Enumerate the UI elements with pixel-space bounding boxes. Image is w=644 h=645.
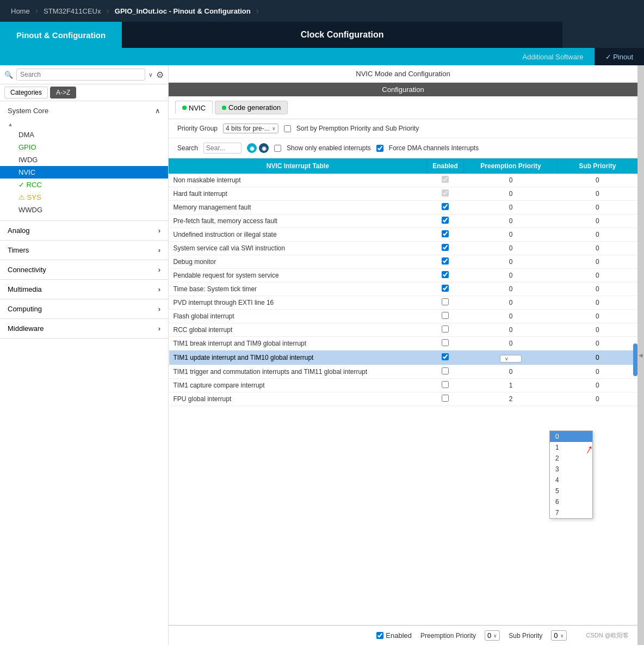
enabled-cell[interactable] [426,242,464,255]
enabled-cell-highlighted[interactable] [426,351,464,365]
sidebar-item-wwdg[interactable]: WWDG [11,204,168,216]
th-sub: Sub Priority [558,159,637,174]
drop-item-0[interactable]: 0 [550,431,592,442]
enabled-cell[interactable] [426,296,464,310]
drop-item-4[interactable]: 4 [550,475,592,486]
preemption-bottom-select[interactable]: 0 ∨ [485,630,500,641]
sidebar-section-multimedia: Multimedia › [0,280,168,299]
right-resize-handle[interactable]: ◀ [637,65,644,645]
tab-clock-config[interactable]: Clock Configuration [122,22,562,48]
tab-pinout-right[interactable] [562,22,644,48]
scrollbar-thumb[interactable] [633,343,637,376]
force-dma-label: Force DMA channels Interrupts [389,144,479,152]
tab-pinout[interactable]: ✓ Pinout [595,48,644,65]
sidebar-item-nvic[interactable]: NVIC [0,166,168,179]
preemption-dropdown-highlighted[interactable]: ∨ [500,355,522,363]
enabled-bottom-checkbox[interactable] [376,632,383,639]
enabled-bottom-label: Enabled [376,631,412,640]
interrupt-name: Undefined instruction or illegal state [169,228,427,242]
codegen-tab-label: Code generation [228,103,281,112]
table-row: PVD interrupt through EXTI line 16 0 0 [169,296,637,310]
preemption-cell: 0 [464,296,558,310]
enabled-cell[interactable] [426,174,464,187]
preemption-cell-highlighted[interactable]: ∨ [464,351,558,365]
second-tab-bar: Additional Software ✓ Pinout [0,48,644,65]
analog-header[interactable]: Analog › [0,221,168,240]
table-row: Flash global interrupt 0 0 [169,310,637,323]
nvic-tab-nvic[interactable]: NVIC [175,101,213,114]
middleware-header[interactable]: Middleware › [0,319,168,338]
enabled-cell[interactable] [426,269,464,282]
enabled-cell[interactable] [426,228,464,242]
force-dma-checkbox[interactable] [376,145,383,152]
nvic-interrupt-table: NVIC Interrupt Table Enabled Preemption … [169,158,637,406]
table-row: Debug monitor 0 0 [169,255,637,269]
preemption-cell: 0 [464,174,558,187]
nvic-search-input[interactable] [203,143,242,153]
main-content-panel: NVIC Mode and Configuration Configuratio… [169,65,637,645]
sidebar-tab-categories[interactable]: Categories [4,87,48,99]
interrupt-name: System service call via SWI instruction [169,242,427,255]
chevron-right-multimedia: › [158,285,160,293]
show-only-enabled-checkbox[interactable] [274,145,281,152]
enabled-cell[interactable] [426,365,464,379]
computing-header[interactable]: Computing › [0,299,168,318]
search-circle-blue[interactable]: ◉ [247,143,257,153]
table-row: Pendable request for system service 0 0 [169,269,637,282]
sub-bottom-label: Sub Priority [509,632,542,640]
enabled-cell[interactable] [426,392,464,406]
interrupt-name: TIM1 trigger and commutation interrupts … [169,365,427,379]
sidebar-item-iwdg[interactable]: IWDG [11,153,168,166]
preemption-cell: 1 [464,379,558,392]
gear-icon[interactable]: ⚙ [156,70,164,80]
dropdown-arrow-search[interactable]: ∨ [148,71,153,78]
sub-bottom-select[interactable]: 0 ∨ [551,630,566,641]
sidebar-tab-az[interactable]: A->Z [50,87,76,99]
system-core-header[interactable]: System Core ∧ [0,101,168,120]
multimedia-header[interactable]: Multimedia › [0,280,168,299]
table-row: RCC global interrupt 0 0 [169,323,637,337]
sort-by-priority-checkbox[interactable] [284,125,291,132]
enabled-cell[interactable] [426,201,464,214]
tab-additional-software[interactable]: Additional Software [512,53,595,61]
sidebar-item-sys[interactable]: ⚠ SYS [11,191,168,204]
drop-item-5[interactable]: 5 [550,486,592,496]
connectivity-header[interactable]: Connectivity › [0,260,168,279]
drop-item-7[interactable]: 7 [550,507,592,518]
enabled-cell[interactable] [426,255,464,269]
search-circle-dark[interactable]: ◉ [259,143,269,153]
sub-cell: 0 [558,201,637,214]
drop-item-3[interactable]: 3 [550,464,592,475]
nav-current: GPIO_InOut.ioc - Pinout & Configuration [109,0,256,22]
table-row: Memory management fault 0 0 [169,201,637,214]
tab-pinout-config[interactable]: Pinout & Configuration [0,22,122,48]
enabled-cell[interactable] [426,379,464,392]
nav-stm32[interactable]: STM32F411CEUx [38,0,106,22]
sub-cell: 0 [558,187,637,201]
nav-home[interactable]: Home [5,0,35,22]
search-input[interactable] [16,69,145,81]
table-row: TIM1 break interrupt and TIM9 global int… [169,337,637,351]
enabled-cell[interactable] [426,214,464,228]
sub-cell: 0 [558,269,637,282]
sidebar-section-system-core: System Core ∧ ▲ DMA GPIO IWDG NVIC ✓ RCC… [0,101,168,221]
enabled-cell[interactable] [426,337,464,351]
preemption-cell: 0 [464,310,558,323]
enabled-cell[interactable] [426,310,464,323]
drop-item-6[interactable]: 6 [550,496,592,507]
sidebar-item-rcc[interactable]: ✓ RCC [11,179,168,191]
table-row: TIM1 capture compare interrupt 1 0 [169,379,637,392]
sidebar-item-dma[interactable]: DMA [11,128,168,141]
interrupt-name: RCC global interrupt [169,323,427,337]
interrupt-name: TIM1 break interrupt and TIM9 global int… [169,337,427,351]
nvic-tab-codegen[interactable]: Code generation [215,101,288,114]
preemption-cell: 0 [464,255,558,269]
timers-header[interactable]: Timers › [0,241,168,260]
priority-group-select[interactable]: 4 bits for pre-... ∨ [223,124,278,133]
enabled-cell[interactable] [426,282,464,296]
sidebar-item-gpio[interactable]: GPIO [11,141,168,153]
preemption-bottom-label: Preemption Priority [420,632,476,640]
sidebar-section-connectivity: Connectivity › [0,260,168,280]
enabled-cell[interactable] [426,323,464,337]
enabled-cell[interactable] [426,187,464,201]
